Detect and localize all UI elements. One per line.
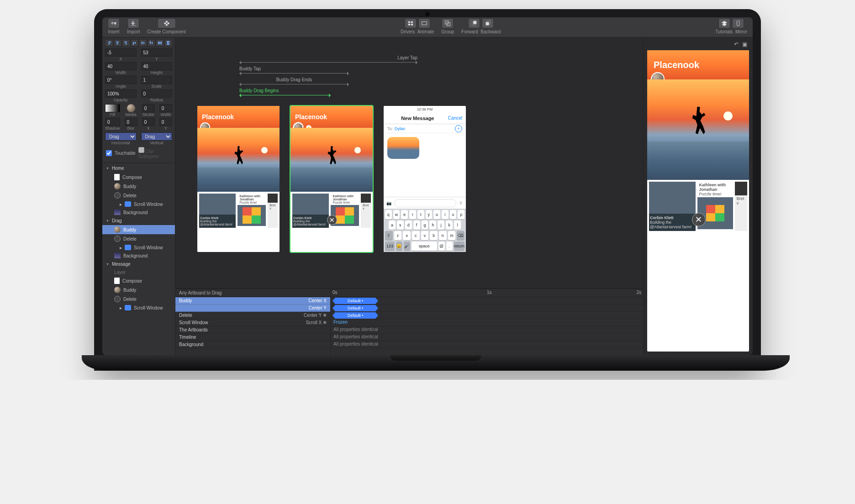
tree-item-drag-buddy[interactable]: Buddy (102, 225, 175, 234)
timeline-row[interactable]: Background (175, 341, 330, 348)
insert-button[interactable]: +▾ (108, 18, 120, 28)
key-⇧[interactable]: ⇧ (385, 231, 393, 240)
timeline-row[interactable]: BuddyCenter X (175, 297, 330, 304)
key-123[interactable]: 123 (385, 242, 395, 251)
key-return[interactable]: return (454, 242, 465, 251)
timeline-row[interactable]: Timeline (175, 334, 330, 341)
timeline-row[interactable]: Center Y (175, 304, 330, 312)
group-button[interactable] (442, 18, 454, 28)
media-swatch[interactable] (127, 104, 135, 112)
key-e[interactable]: e (401, 210, 408, 219)
mirror-button[interactable] (732, 18, 744, 28)
key-u[interactable]: u (433, 210, 440, 219)
tree-section-message[interactable]: Message (102, 260, 175, 268)
forward-button[interactable] (468, 18, 480, 28)
tree-item-msg-scroll-window[interactable]: ▸ Scroll Window (102, 304, 175, 312)
align-bottom-icon[interactable] (148, 39, 156, 47)
tree-item-msg-delete[interactable]: Delete (102, 294, 175, 304)
artboard-drag[interactable]: Placenook ⚡ Corbin KlettBuilding the @At… (290, 106, 373, 252)
key-q[interactable]: q (385, 210, 392, 219)
distribute-v-icon[interactable] (164, 39, 173, 47)
timeline-pill[interactable]: Default • (332, 312, 378, 319)
drivers-button[interactable] (405, 18, 417, 28)
tree-item-delete[interactable]: Delete (102, 191, 175, 200)
stroke-input[interactable] (142, 104, 155, 112)
tree-item-msg-buddy[interactable]: Buddy (102, 285, 175, 294)
scale-input[interactable] (141, 76, 173, 84)
import-button[interactable] (127, 18, 139, 28)
align-hcenter-icon[interactable] (114, 39, 122, 47)
key-.[interactable]: . (446, 242, 453, 251)
tree-section-home[interactable]: Home (102, 164, 175, 173)
canvas[interactable]: Layer Tap Buddy Tap Buddy Drag Ends Budd… (175, 37, 643, 289)
angle-input[interactable] (105, 76, 137, 84)
message-field[interactable] (394, 199, 456, 207)
key-l[interactable]: l (454, 220, 461, 230)
y-input[interactable] (141, 48, 173, 57)
key-k[interactable]: k (446, 220, 453, 230)
key-o[interactable]: o (450, 210, 457, 219)
key-a[interactable]: a (389, 220, 396, 230)
key-b[interactable]: b (430, 231, 438, 240)
timeline-row[interactable]: Scroll WindowScroll X ❄︎ (175, 319, 330, 326)
cancel-button[interactable]: Cancel (448, 116, 462, 121)
vertical-select[interactable]: Drag (141, 132, 173, 141)
animate-button[interactable] (418, 18, 430, 28)
key-⌫[interactable]: ⌫ (457, 231, 464, 240)
key-space[interactable]: space (412, 242, 437, 251)
timeline-row[interactable]: The Artboards (175, 326, 330, 334)
key-g[interactable]: g (422, 220, 428, 230)
distribute-h-icon[interactable] (156, 39, 164, 47)
tree-item-drag-scroll-window[interactable]: ▸ Scroll Window (102, 243, 175, 252)
horizontal-select[interactable]: Drag (105, 132, 137, 141)
tree-item-buddy[interactable]: Buddy (102, 182, 175, 191)
key-y[interactable]: y (426, 210, 433, 219)
width-input[interactable] (105, 62, 137, 70)
create-component-button[interactable] (158, 18, 176, 28)
camera-icon[interactable]: 📷 (386, 201, 391, 205)
tree-item-scroll-window[interactable]: ▸ Scroll Window (102, 200, 175, 208)
key-i[interactable]: i (442, 210, 449, 219)
artboard-message[interactable]: 12:36 PM New MessageCancel To:Dylan+ 📷🎙 … (384, 106, 466, 252)
timeline-row[interactable]: DeleteCenter Y ❄︎ (175, 312, 330, 319)
fill-swatch[interactable] (105, 104, 120, 112)
align-left-icon[interactable] (105, 39, 113, 47)
tree-item-drag-background[interactable]: Background (102, 252, 175, 260)
key-😀[interactable]: 😀 (396, 242, 402, 251)
key-c[interactable]: c (412, 231, 420, 240)
key-w[interactable]: w (393, 210, 400, 219)
key-🎤[interactable]: 🎤 (404, 242, 410, 251)
radius-input[interactable] (141, 89, 173, 98)
tree-item-drag-delete[interactable]: Delete (102, 234, 175, 243)
key-j[interactable]: j (438, 220, 444, 230)
key-m[interactable]: m (448, 231, 456, 240)
height-input[interactable] (141, 62, 173, 70)
backward-button[interactable] (482, 18, 494, 28)
add-recipient-button[interactable]: + (455, 125, 462, 132)
close-icon[interactable]: ✕ (692, 213, 706, 226)
key-f[interactable]: f (413, 220, 420, 230)
timeline-pill[interactable]: Default • (332, 298, 378, 304)
shadow-input[interactable] (105, 118, 120, 126)
align-top-icon[interactable] (131, 39, 139, 47)
preview-device[interactable]: Placenook Corbin KlettBuilding the @Atla… (647, 50, 749, 352)
tree-item-background[interactable]: Background (102, 208, 175, 216)
tree-item-msg-compose[interactable]: Compose (102, 276, 175, 285)
key-v[interactable]: v (421, 231, 429, 240)
key-z[interactable]: z (394, 231, 402, 240)
key-s[interactable]: s (397, 220, 404, 230)
key-t[interactable]: t (417, 210, 424, 219)
opacity-input[interactable] (105, 89, 137, 98)
artboard-home[interactable]: Placenook Corbin KlettBuilding the @Atla… (197, 106, 280, 252)
touchable-checkbox[interactable] (106, 150, 112, 156)
align-vcenter-icon[interactable] (139, 39, 147, 47)
key-@[interactable]: @ (438, 242, 445, 251)
stroke-width-input[interactable] (159, 104, 172, 112)
align-right-icon[interactable] (122, 39, 130, 47)
key-n[interactable]: n (439, 231, 447, 240)
tree-item-compose[interactable]: Compose (102, 173, 175, 182)
tree-section-drag[interactable]: Drag (102, 216, 175, 225)
key-p[interactable]: p (458, 210, 464, 219)
key-h[interactable]: h (429, 220, 436, 230)
tutorials-button[interactable] (718, 18, 730, 28)
